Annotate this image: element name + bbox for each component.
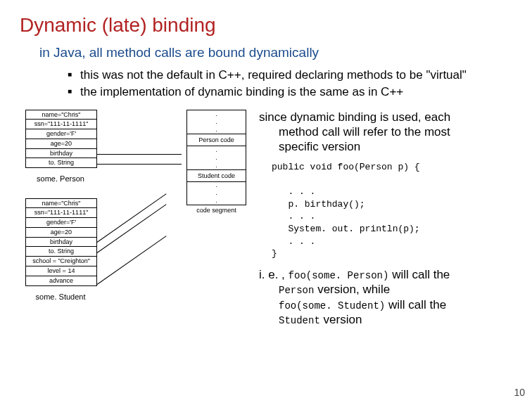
dots: . — [187, 110, 246, 118]
obj-row: birthday — [26, 238, 96, 248]
memory-label: Person code — [187, 134, 246, 146]
inline-code: Person — [279, 285, 314, 296]
dots: . — [187, 197, 246, 205]
object-box-person: name="Chris" ssn="111-11-1111" gender='F… — [25, 110, 97, 169]
obj-row: to. String — [26, 247, 96, 257]
arrow-line — [97, 193, 167, 243]
right-column: since dynamic binding is used, each meth… — [259, 110, 519, 335]
bullet-item: this was not the default in C++, require… — [68, 68, 512, 82]
dots: . — [187, 189, 246, 197]
obj-row: age=20 — [26, 139, 96, 149]
dots: . — [187, 146, 246, 154]
object-label-person: some. Person — [25, 174, 96, 183]
dots: . — [187, 181, 246, 189]
memory-segment: . . . Student code — [186, 146, 246, 182]
obj-row: name="Chris" — [26, 110, 96, 120]
memory-label: Student code — [187, 169, 246, 181]
dots: . — [187, 154, 246, 162]
inline-code: Student — [279, 315, 320, 326]
text: version, while — [314, 283, 390, 296]
memory-column: . . . Person code . . . Student code . .… — [186, 110, 246, 216]
slide-subtitle: in Java, all method calls are bound dyna… — [39, 45, 512, 60]
obj-row: school = "Creighton" — [26, 257, 96, 266]
arrow-line — [97, 204, 167, 253]
bullet-item: the implementation of dynamic binding is… — [68, 84, 512, 99]
obj-row: name="Chris" — [26, 199, 96, 209]
text: will call the — [385, 298, 446, 311]
dots: . — [187, 118, 246, 126]
obj-row: to. String — [26, 158, 96, 167]
obj-row: ssn="111-11-1111" — [26, 208, 96, 218]
obj-row: gender='F' — [26, 218, 96, 228]
memory-caption: code segment — [186, 205, 246, 216]
arrow-line — [97, 154, 182, 155]
arrow-line — [97, 164, 182, 165]
text-line: since dynamic binding is used, each — [259, 110, 450, 124]
diagram-area: name="Chris" ssn="111-11-1111" gender='F… — [20, 110, 512, 349]
obj-row: level = 14 — [26, 266, 96, 276]
slide-number: 10 — [514, 387, 525, 398]
conclusion-text: i. e. , foo(some. Person) will call the … — [259, 267, 519, 328]
slide-title: Dynamic (late) binding — [20, 14, 512, 37]
text-line: specific version — [279, 139, 519, 154]
text: will call the — [388, 268, 450, 281]
text-line: method call will refer to the most — [279, 124, 519, 139]
bullet-list: this was not the default in C++, require… — [68, 68, 512, 100]
dots: . — [187, 162, 246, 169]
obj-row: advance — [26, 276, 96, 285]
text: version — [320, 313, 362, 326]
obj-row: birthday — [26, 149, 96, 159]
obj-row: gender='F' — [26, 129, 96, 139]
inline-code: foo(some. Student) — [279, 300, 385, 311]
explanation-text: since dynamic binding is used, each meth… — [259, 110, 519, 155]
code-block: public void foo(Person p) { . . . p. bir… — [272, 161, 519, 259]
arrow-line — [97, 236, 167, 285]
object-box-student: name="Chris" ssn="111-11-1111" gender='F… — [25, 198, 97, 286]
obj-row: age=20 — [26, 228, 96, 238]
dots: . — [187, 126, 246, 134]
inline-code: foo(some. Person) — [289, 270, 389, 281]
object-label-student: some. Student — [25, 292, 96, 301]
obj-row: ssn="111-11-1111" — [26, 120, 96, 129]
memory-segment: . . . — [186, 181, 246, 205]
memory-segment: . . . Person code — [186, 110, 246, 146]
text: i. e. , — [259, 268, 289, 281]
